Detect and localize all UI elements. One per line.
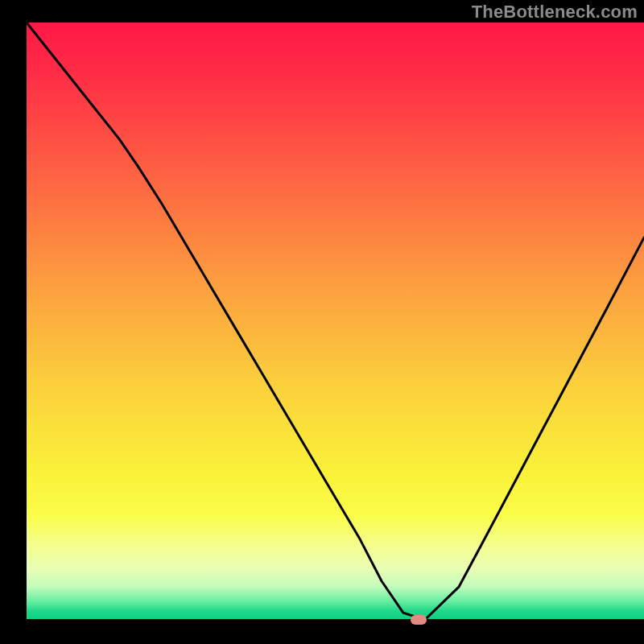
plot-background (27, 23, 644, 620)
optimal-point-marker (411, 615, 427, 625)
chart-frame: TheBottleneck.com (0, 0, 644, 644)
bottleneck-chart (0, 0, 644, 644)
